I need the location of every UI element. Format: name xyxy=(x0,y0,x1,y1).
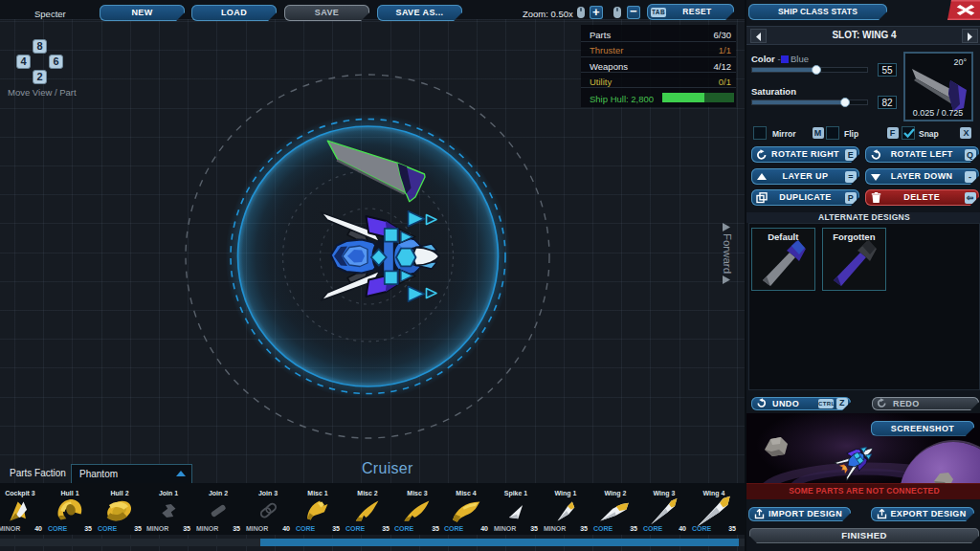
svg-text:Forward: Forward xyxy=(722,233,733,274)
